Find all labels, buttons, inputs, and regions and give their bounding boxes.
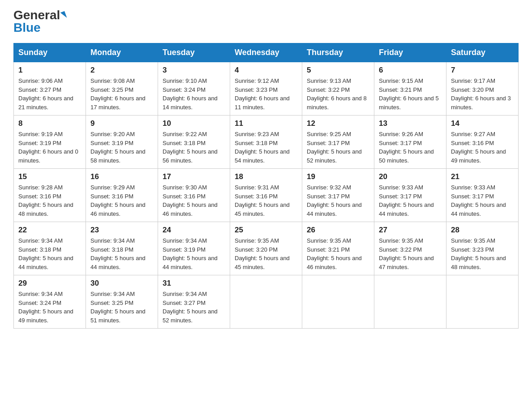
day-info: Sunrise: 9:35 AM Sunset: 3:20 PM Dayligh… bbox=[235, 236, 297, 271]
day-info: Sunrise: 9:06 AM Sunset: 3:27 PM Dayligh… bbox=[18, 77, 81, 111]
day-info: Sunrise: 9:25 AM Sunset: 3:17 PM Dayligh… bbox=[307, 130, 369, 165]
calendar-cell bbox=[446, 275, 519, 329]
day-info: Sunrise: 9:13 AM Sunset: 3:22 PM Dayligh… bbox=[307, 77, 369, 111]
calendar-cell: 3 Sunrise: 9:10 AM Sunset: 3:24 PM Dayli… bbox=[158, 62, 230, 116]
weekday-header-saturday: Saturday bbox=[446, 43, 519, 62]
day-number: 21 bbox=[451, 172, 514, 181]
calendar-cell: 8 Sunrise: 9:19 AM Sunset: 3:19 PM Dayli… bbox=[14, 116, 86, 169]
calendar-cell: 10 Sunrise: 9:22 AM Sunset: 3:18 PM Dayl… bbox=[158, 116, 230, 169]
day-number: 4 bbox=[235, 66, 297, 75]
calendar-cell: 18 Sunrise: 9:31 AM Sunset: 3:16 PM Dayl… bbox=[230, 169, 302, 222]
week-row-4: 22 Sunrise: 9:34 AM Sunset: 3:18 PM Dayl… bbox=[14, 222, 519, 275]
day-info: Sunrise: 9:27 AM Sunset: 3:16 PM Dayligh… bbox=[451, 130, 514, 165]
calendar-cell: 20 Sunrise: 9:33 AM Sunset: 3:17 PM Dayl… bbox=[374, 169, 446, 222]
day-info: Sunrise: 9:20 AM Sunset: 3:19 PM Dayligh… bbox=[90, 130, 153, 165]
day-info: Sunrise: 9:34 AM Sunset: 3:18 PM Dayligh… bbox=[90, 236, 153, 271]
day-info: Sunrise: 9:35 AM Sunset: 3:23 PM Dayligh… bbox=[451, 236, 514, 271]
weekday-header-sunday: Sunday bbox=[14, 43, 86, 62]
weekday-header-tuesday: Tuesday bbox=[158, 43, 230, 62]
day-number: 30 bbox=[90, 279, 153, 288]
calendar-cell: 25 Sunrise: 9:35 AM Sunset: 3:20 PM Dayl… bbox=[230, 222, 302, 275]
day-number: 27 bbox=[379, 226, 442, 235]
calendar-cell bbox=[374, 275, 446, 329]
day-info: Sunrise: 9:08 AM Sunset: 3:25 PM Dayligh… bbox=[90, 77, 153, 111]
calendar-cell: 28 Sunrise: 9:35 AM Sunset: 3:23 PM Dayl… bbox=[446, 222, 519, 275]
day-info: Sunrise: 9:10 AM Sunset: 3:24 PM Dayligh… bbox=[163, 77, 225, 111]
day-info: Sunrise: 9:34 AM Sunset: 3:27 PM Dayligh… bbox=[163, 290, 225, 325]
day-info: Sunrise: 9:26 AM Sunset: 3:17 PM Dayligh… bbox=[379, 130, 442, 165]
day-info: Sunrise: 9:35 AM Sunset: 3:21 PM Dayligh… bbox=[307, 236, 369, 271]
day-number: 17 bbox=[163, 172, 225, 181]
calendar-cell bbox=[302, 275, 374, 329]
calendar-cell: 14 Sunrise: 9:27 AM Sunset: 3:16 PM Dayl… bbox=[446, 116, 519, 169]
page-header: General Blue bbox=[13, 9, 519, 34]
day-number: 23 bbox=[90, 226, 153, 235]
weekday-header-row: SundayMondayTuesdayWednesdayThursdayFrid… bbox=[14, 43, 519, 62]
day-info: Sunrise: 9:35 AM Sunset: 3:22 PM Dayligh… bbox=[379, 236, 442, 271]
day-number: 20 bbox=[379, 172, 442, 181]
logo: General Blue bbox=[13, 9, 66, 34]
calendar-cell: 31 Sunrise: 9:34 AM Sunset: 3:27 PM Dayl… bbox=[158, 275, 230, 329]
day-info: Sunrise: 9:34 AM Sunset: 3:19 PM Dayligh… bbox=[163, 236, 225, 271]
day-info: Sunrise: 9:34 AM Sunset: 3:18 PM Dayligh… bbox=[18, 236, 81, 271]
calendar-cell: 19 Sunrise: 9:32 AM Sunset: 3:17 PM Dayl… bbox=[302, 169, 374, 222]
week-row-2: 8 Sunrise: 9:19 AM Sunset: 3:19 PM Dayli… bbox=[14, 116, 519, 169]
calendar-cell: 27 Sunrise: 9:35 AM Sunset: 3:22 PM Dayl… bbox=[374, 222, 446, 275]
day-info: Sunrise: 9:32 AM Sunset: 3:17 PM Dayligh… bbox=[307, 183, 369, 218]
calendar-cell: 23 Sunrise: 9:34 AM Sunset: 3:18 PM Dayl… bbox=[86, 222, 158, 275]
day-number: 14 bbox=[451, 119, 514, 128]
calendar-cell: 16 Sunrise: 9:29 AM Sunset: 3:16 PM Dayl… bbox=[86, 169, 158, 222]
calendar-cell: 2 Sunrise: 9:08 AM Sunset: 3:25 PM Dayli… bbox=[86, 62, 158, 116]
day-info: Sunrise: 9:33 AM Sunset: 3:17 PM Dayligh… bbox=[451, 183, 514, 218]
day-number: 28 bbox=[451, 226, 514, 235]
day-info: Sunrise: 9:29 AM Sunset: 3:16 PM Dayligh… bbox=[90, 183, 153, 218]
day-info: Sunrise: 9:15 AM Sunset: 3:21 PM Dayligh… bbox=[379, 77, 442, 111]
day-number: 13 bbox=[379, 119, 442, 128]
calendar-cell: 21 Sunrise: 9:33 AM Sunset: 3:17 PM Dayl… bbox=[446, 169, 519, 222]
day-number: 18 bbox=[235, 172, 297, 181]
calendar-cell bbox=[230, 275, 302, 329]
calendar-cell: 26 Sunrise: 9:35 AM Sunset: 3:21 PM Dayl… bbox=[302, 222, 374, 275]
calendar-cell: 29 Sunrise: 9:34 AM Sunset: 3:24 PM Dayl… bbox=[14, 275, 86, 329]
calendar-cell: 5 Sunrise: 9:13 AM Sunset: 3:22 PM Dayli… bbox=[302, 62, 374, 116]
day-info: Sunrise: 9:23 AM Sunset: 3:18 PM Dayligh… bbox=[235, 130, 297, 165]
day-number: 15 bbox=[18, 172, 81, 181]
day-number: 24 bbox=[163, 226, 225, 235]
day-number: 1 bbox=[18, 66, 81, 75]
day-number: 11 bbox=[235, 119, 297, 128]
day-number: 3 bbox=[163, 66, 225, 75]
day-number: 9 bbox=[90, 119, 153, 128]
day-info: Sunrise: 9:12 AM Sunset: 3:23 PM Dayligh… bbox=[235, 77, 297, 111]
day-info: Sunrise: 9:31 AM Sunset: 3:16 PM Dayligh… bbox=[235, 183, 297, 218]
weekday-header-friday: Friday bbox=[374, 43, 446, 62]
calendar-cell: 7 Sunrise: 9:17 AM Sunset: 3:20 PM Dayli… bbox=[446, 62, 519, 116]
day-number: 29 bbox=[18, 279, 81, 288]
day-number: 12 bbox=[307, 119, 369, 128]
calendar-cell: 1 Sunrise: 9:06 AM Sunset: 3:27 PM Dayli… bbox=[14, 62, 86, 116]
calendar-cell: 9 Sunrise: 9:20 AM Sunset: 3:19 PM Dayli… bbox=[86, 116, 158, 169]
day-info: Sunrise: 9:22 AM Sunset: 3:18 PM Dayligh… bbox=[163, 130, 225, 165]
week-row-5: 29 Sunrise: 9:34 AM Sunset: 3:24 PM Dayl… bbox=[14, 275, 519, 329]
weekday-header-thursday: Thursday bbox=[302, 43, 374, 62]
weekday-header-wednesday: Wednesday bbox=[230, 43, 302, 62]
day-number: 6 bbox=[379, 66, 442, 75]
day-info: Sunrise: 9:33 AM Sunset: 3:17 PM Dayligh… bbox=[379, 183, 442, 218]
week-row-1: 1 Sunrise: 9:06 AM Sunset: 3:27 PM Dayli… bbox=[14, 62, 519, 116]
day-info: Sunrise: 9:28 AM Sunset: 3:16 PM Dayligh… bbox=[18, 183, 81, 218]
day-number: 31 bbox=[163, 279, 225, 288]
week-row-3: 15 Sunrise: 9:28 AM Sunset: 3:16 PM Dayl… bbox=[14, 169, 519, 222]
day-info: Sunrise: 9:34 AM Sunset: 3:25 PM Dayligh… bbox=[90, 290, 153, 325]
day-number: 22 bbox=[18, 226, 81, 235]
day-info: Sunrise: 9:30 AM Sunset: 3:16 PM Dayligh… bbox=[163, 183, 225, 218]
day-number: 8 bbox=[18, 119, 81, 128]
calendar-cell: 22 Sunrise: 9:34 AM Sunset: 3:18 PM Dayl… bbox=[14, 222, 86, 275]
day-number: 25 bbox=[235, 226, 297, 235]
day-number: 19 bbox=[307, 172, 369, 181]
logo-general-text: General bbox=[13, 9, 60, 21]
calendar-cell: 30 Sunrise: 9:34 AM Sunset: 3:25 PM Dayl… bbox=[86, 275, 158, 329]
calendar-cell: 24 Sunrise: 9:34 AM Sunset: 3:19 PM Dayl… bbox=[158, 222, 230, 275]
logo-blue-text: Blue bbox=[13, 21, 41, 34]
day-number: 16 bbox=[90, 172, 153, 181]
day-number: 5 bbox=[307, 66, 369, 75]
calendar-cell: 12 Sunrise: 9:25 AM Sunset: 3:17 PM Dayl… bbox=[302, 116, 374, 169]
